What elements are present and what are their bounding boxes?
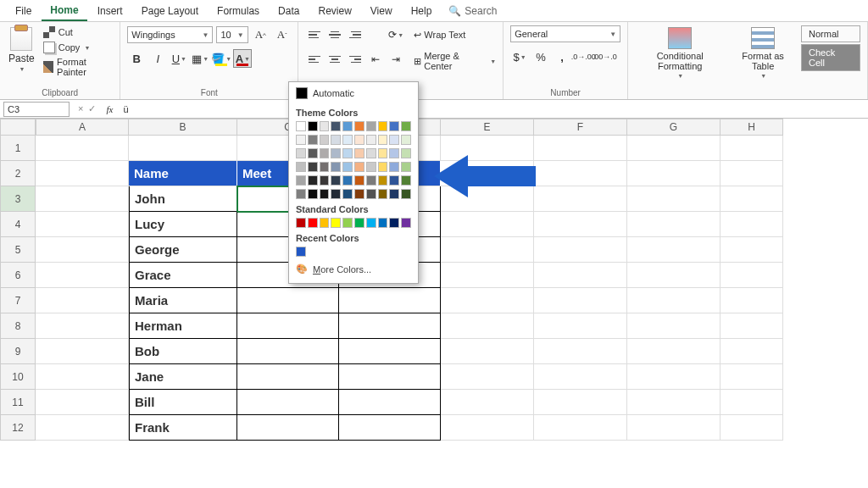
color-swatch[interactable] — [389, 162, 399, 172]
column-header-g[interactable]: G — [627, 119, 721, 136]
cell[interactable] — [721, 263, 783, 288]
color-swatch[interactable] — [354, 175, 364, 186]
cell-style-check-cell[interactable]: Check Cell — [801, 44, 860, 71]
enter-formula-icon[interactable]: ✓ — [88, 103, 96, 114]
color-swatch[interactable] — [342, 218, 353, 228]
row-header[interactable]: 7 — [0, 288, 36, 313]
cell[interactable] — [36, 364, 129, 390]
color-swatch[interactable] — [331, 218, 341, 228]
cell[interactable]: Lucy — [129, 212, 237, 237]
color-swatch[interactable] — [378, 121, 388, 131]
increase-decimal-button[interactable]: .0→.00 — [574, 47, 593, 66]
orientation-button[interactable]: ⟳▼ — [387, 25, 405, 44]
cell[interactable]: Jane — [129, 364, 237, 390]
format-as-table-button[interactable]: Format as Table▼ — [730, 25, 796, 80]
cell[interactable] — [36, 313, 129, 339]
cell[interactable] — [36, 288, 129, 313]
borders-button[interactable]: ▦▼ — [191, 49, 209, 68]
color-swatch[interactable] — [378, 218, 388, 228]
cell[interactable] — [339, 288, 441, 313]
cell[interactable] — [721, 364, 783, 390]
cell[interactable] — [441, 288, 534, 313]
cell[interactable]: Herman — [129, 313, 237, 339]
align-center-button[interactable] — [326, 50, 344, 69]
cell[interactable] — [36, 390, 129, 415]
tab-help[interactable]: Help — [403, 2, 441, 20]
cell[interactable]: John — [129, 186, 237, 212]
percent-button[interactable]: % — [531, 47, 550, 66]
cell[interactable] — [627, 390, 721, 415]
color-swatch[interactable] — [296, 175, 306, 186]
tab-home[interactable]: Home — [42, 1, 86, 21]
tab-view[interactable]: View — [362, 2, 401, 20]
color-swatch[interactable] — [320, 175, 330, 186]
cell[interactable] — [721, 313, 783, 339]
cell[interactable] — [721, 390, 783, 415]
cell[interactable] — [721, 161, 783, 186]
color-swatch[interactable] — [366, 218, 376, 228]
cell[interactable] — [237, 364, 339, 390]
cell[interactable] — [441, 390, 534, 415]
decrease-font-button[interactable]: Aˇ — [273, 25, 291, 44]
currency-button[interactable]: $▼ — [510, 47, 529, 66]
cell[interactable] — [36, 237, 129, 263]
color-swatch[interactable] — [331, 148, 341, 158]
cell[interactable] — [534, 263, 627, 288]
format-painter-button[interactable]: Format Painter — [42, 56, 114, 78]
color-swatch[interactable] — [366, 162, 376, 172]
color-swatch[interactable] — [389, 175, 399, 186]
cell[interactable] — [721, 136, 783, 161]
align-right-button[interactable] — [346, 50, 364, 69]
tab-formulas[interactable]: Formulas — [209, 2, 268, 20]
tab-page-layout[interactable]: Page Layout — [133, 2, 207, 20]
cell[interactable] — [534, 237, 627, 263]
cell[interactable] — [721, 212, 783, 237]
cell[interactable] — [237, 390, 339, 415]
cell[interactable] — [627, 339, 721, 364]
cell[interactable] — [441, 237, 534, 263]
color-swatch[interactable] — [342, 121, 353, 131]
color-swatch[interactable] — [401, 218, 411, 228]
color-swatch[interactable] — [296, 218, 306, 228]
cell[interactable] — [339, 415, 441, 441]
cell[interactable] — [237, 339, 339, 364]
decrease-indent-button[interactable]: ⇤ — [366, 50, 385, 69]
color-swatch[interactable] — [366, 189, 376, 199]
cell[interactable] — [441, 263, 534, 288]
cut-button[interactable]: Cut — [42, 25, 114, 39]
formula-input[interactable]: ü — [118, 103, 868, 116]
color-swatch[interactable] — [378, 175, 388, 186]
color-swatch[interactable] — [296, 121, 306, 131]
paste-button[interactable]: Paste▼ — [7, 25, 36, 74]
color-swatch[interactable] — [342, 162, 353, 172]
color-swatch[interactable] — [401, 189, 411, 199]
column-header-e[interactable]: E — [441, 119, 534, 136]
row-header[interactable]: 1 — [0, 136, 36, 161]
color-swatch[interactable] — [366, 121, 376, 131]
align-left-button[interactable] — [305, 50, 324, 69]
more-colors[interactable]: 🎨More Colors... — [289, 258, 418, 280]
cell[interactable] — [534, 364, 627, 390]
bold-button[interactable]: B — [127, 49, 146, 68]
row-header[interactable]: 3 — [0, 186, 36, 212]
color-swatch[interactable] — [366, 135, 376, 145]
cell[interactable] — [339, 313, 441, 339]
cell[interactable] — [627, 263, 721, 288]
color-automatic[interactable]: Automatic — [289, 82, 418, 104]
cell[interactable] — [36, 212, 129, 237]
tab-insert[interactable]: Insert — [89, 2, 131, 20]
cell[interactable] — [627, 288, 721, 313]
color-swatch[interactable] — [308, 175, 318, 186]
cell[interactable] — [534, 288, 627, 313]
cell[interactable] — [441, 212, 534, 237]
row-header[interactable]: 5 — [0, 237, 36, 263]
color-swatch[interactable] — [342, 148, 353, 158]
color-swatch[interactable] — [308, 148, 318, 158]
cell[interactable] — [721, 186, 783, 212]
font-color-button[interactable]: A▼ — [233, 49, 252, 68]
color-swatch[interactable] — [401, 175, 411, 186]
color-swatch[interactable] — [320, 135, 330, 145]
number-format-combo[interactable]: General▼ — [510, 25, 620, 42]
color-swatch[interactable] — [366, 148, 376, 158]
color-swatch[interactable] — [331, 189, 341, 199]
